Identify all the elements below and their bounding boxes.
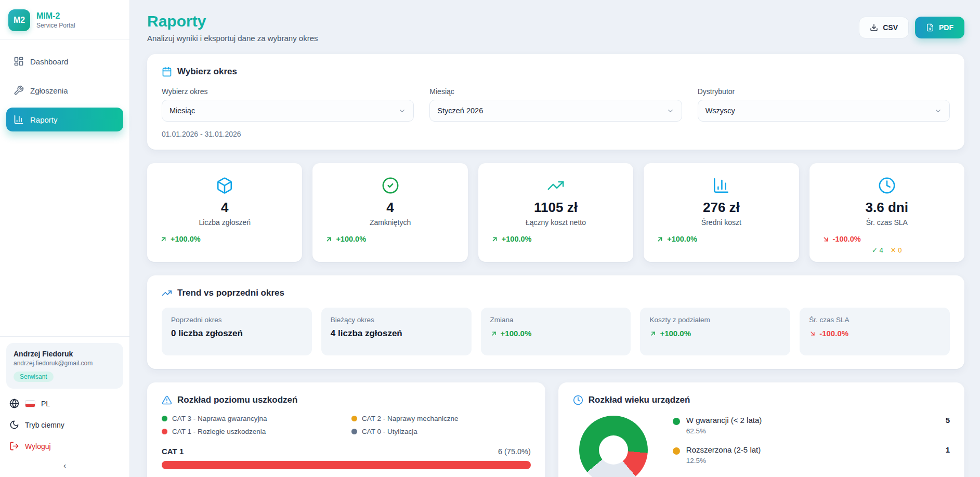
month-select-value: Styczeń 2026	[437, 107, 483, 115]
age-legend-item-rozszerzona: Rozszerzona (2-5 lat) 12.5% 1	[673, 445, 950, 465]
sidebar-item-dashboard[interactable]: Dashboard	[6, 49, 123, 73]
page-title: Raporty	[147, 12, 318, 30]
distributor-select-value: Wszyscy	[705, 107, 735, 115]
legend-label: CAT 3 - Naprawa gwarancyjna	[172, 415, 267, 422]
wrench-icon	[14, 85, 24, 96]
trend-item-sla: Śr. czas SLA -100.0%	[800, 308, 950, 355]
moon-icon	[9, 420, 19, 430]
arrow-up-right-icon	[490, 330, 498, 337]
arrow-up-right-icon	[656, 235, 664, 243]
arrow-up-right-icon	[160, 235, 167, 243]
kpi-label: Zamkniętych	[325, 218, 455, 227]
language-switcher[interactable]: PL	[6, 393, 123, 414]
trend-section-heading: Trend vs poprzedni okres	[177, 288, 284, 298]
main-content: Raporty Analizuj wyniki i eksportuj dane…	[130, 0, 980, 477]
check-circle-icon	[325, 177, 455, 194]
period-select-value: Miesiąc	[169, 107, 195, 115]
kpi-card-koszt-netto: 1105 zł Łączny koszt netto +100.0%	[478, 163, 633, 262]
poland-flag-icon	[25, 400, 35, 407]
filter-card-heading: Wybierz okres	[177, 67, 237, 77]
trend-item-value: -100.0%	[819, 329, 848, 338]
legend-dot-red	[162, 429, 167, 434]
age-segment-pct: 62.5%	[686, 427, 762, 435]
trend-item-poprzedni: Poprzedni okres 0 liczba zgłoszeń	[162, 308, 312, 355]
brand: M2 MIM-2 Service Portal	[0, 0, 129, 40]
arrow-up-right-icon	[649, 330, 657, 337]
sidebar-item-raporty[interactable]: Raporty	[6, 108, 123, 131]
kpi-label: Śr. czas SLA	[822, 218, 952, 227]
trend-item-value: 4 liczba zgłoszeń	[331, 328, 462, 339]
legend-dot-gray	[351, 429, 357, 434]
dark-mode-toggle[interactable]: Tryb ciemny	[6, 414, 123, 435]
csv-button-label: CSV	[883, 23, 898, 32]
age-segment-label: Rozszerzona (2-5 lat)	[686, 445, 761, 454]
layout-grid-icon	[14, 56, 24, 67]
sidebar: M2 MIM-2 Service Portal Dashboard Zgłosz…	[0, 0, 130, 477]
arrow-down-right-icon	[809, 330, 816, 337]
kpi-card-czas-sla: 3.6 dni Śr. czas SLA -100.0% ✓ 4 ✕ 0	[809, 163, 964, 262]
age-legend: W gwarancji (< 2 lata) 62.5% 5 Rozszerzo…	[673, 416, 950, 475]
sla-missed-count: ✕ 0	[891, 246, 902, 254]
sidebar-collapse-button[interactable]: ‹	[6, 457, 123, 472]
calendar-icon	[162, 67, 172, 77]
kpi-cards: 4 Liczba zgłoszeń +100.0% 4 Zamkniętych …	[147, 163, 964, 262]
globe-icon	[9, 399, 19, 408]
legend-item-cat1: CAT 1 - Rozległe uszkodzenia	[162, 428, 341, 435]
kpi-value: 276 zł	[656, 200, 786, 216]
legend-item-cat2: CAT 2 - Naprawy mechaniczne	[351, 415, 531, 422]
arrow-up-right-icon	[491, 235, 499, 243]
age-segment-pct: 12.5%	[686, 457, 761, 465]
sidebar-item-label: Raporty	[30, 115, 58, 124]
bar-chart-icon	[656, 177, 786, 194]
sla-met-count: ✓ 4	[872, 246, 883, 254]
language-label: PL	[41, 400, 50, 408]
kpi-value: 1105 zł	[491, 200, 621, 216]
sidebar-nav: Dashboard Zgłoszenia Raporty	[0, 40, 129, 137]
kpi-card-sredni-koszt: 276 zł Średni koszt +100.0%	[644, 163, 799, 262]
trend-item-label: Bieżący okres	[331, 316, 462, 324]
month-select[interactable]: Styczeń 2026	[429, 100, 682, 122]
age-chart-heading: Rozkład wieku urządzeń	[589, 395, 690, 405]
kpi-card-zgloszenia: 4 Liczba zgłoszeń +100.0%	[147, 163, 302, 262]
trend-item-label: Poprzedni okres	[171, 316, 303, 324]
export-csv-button[interactable]: CSV	[859, 17, 909, 38]
legend-dot-amber	[351, 416, 357, 421]
trending-up-icon	[491, 177, 621, 194]
period-select-label: Wybierz okres	[162, 87, 414, 96]
bar-chart-icon	[14, 114, 24, 125]
age-segment-count: 1	[946, 445, 950, 454]
legend-item-cat0: CAT 0 - Utylizacja	[351, 428, 531, 435]
kpi-value: 4	[160, 200, 290, 216]
arrow-down-right-icon	[822, 235, 830, 243]
trend-item-value: +100.0%	[660, 329, 691, 338]
logout-label: Wyloguj	[25, 442, 51, 451]
period-select[interactable]: Miesiąc	[162, 100, 414, 122]
legend-dot-green	[162, 416, 167, 421]
trend-section: Trend vs poprzedni okres Poprzedni okres…	[147, 275, 964, 369]
logout-icon	[9, 441, 19, 451]
legend-label: CAT 2 - Naprawy mechaniczne	[362, 415, 459, 422]
package-icon	[160, 177, 290, 194]
damage-legend: CAT 3 - Naprawa gwarancyjna CAT 2 - Napr…	[162, 415, 531, 435]
trend-item-value: 0 liczba zgłoszeń	[171, 328, 303, 339]
kpi-label: Liczba zgłoszeń	[160, 218, 290, 227]
chevron-down-icon	[667, 107, 674, 115]
kpi-value: 4	[325, 200, 455, 216]
distributor-select[interactable]: Wszyscy	[698, 100, 950, 122]
chevron-down-icon	[398, 107, 406, 115]
trend-item-zmiana: Zmiana +100.0%	[481, 308, 631, 355]
app-subtitle: Service Portal	[36, 22, 75, 29]
export-pdf-button[interactable]: PDF	[915, 17, 964, 38]
user-name: Andrzej Fiedoruk	[14, 350, 116, 358]
arrow-up-right-icon	[325, 235, 333, 243]
kpi-value: 3.6 dni	[822, 200, 952, 216]
distributor-select-label: Dystrybutor	[698, 87, 950, 96]
logout-button[interactable]: Wyloguj	[6, 435, 123, 457]
age-donut-chart	[579, 416, 648, 477]
trend-item-biezacy: Bieżący okres 4 liczba zgłoszeń	[321, 308, 472, 355]
chevron-down-icon	[934, 107, 942, 115]
cat1-bar	[162, 461, 531, 469]
trending-up-icon	[162, 288, 172, 298]
sidebar-item-zgloszenia[interactable]: Zgłoszenia	[6, 78, 123, 102]
legend-item-cat3: CAT 3 - Naprawa gwarancyjna	[162, 415, 341, 422]
